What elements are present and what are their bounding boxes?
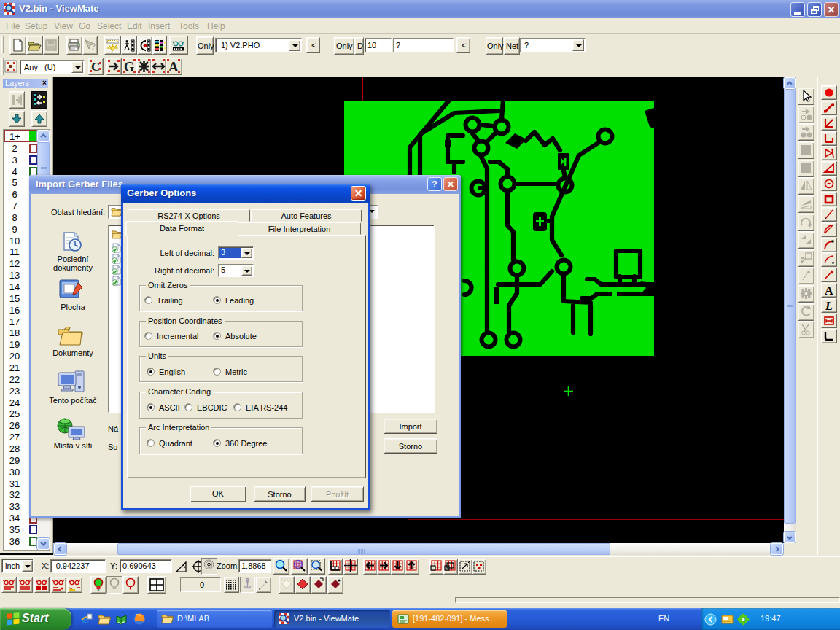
svg-text:G: G: [124, 60, 134, 74]
svg-text:A: A: [168, 59, 179, 74]
svg-text:L: L: [825, 300, 833, 312]
svg-text:A: A: [825, 284, 833, 297]
svg-text:?: ?: [90, 42, 96, 52]
svg-text:C: C: [91, 60, 100, 74]
